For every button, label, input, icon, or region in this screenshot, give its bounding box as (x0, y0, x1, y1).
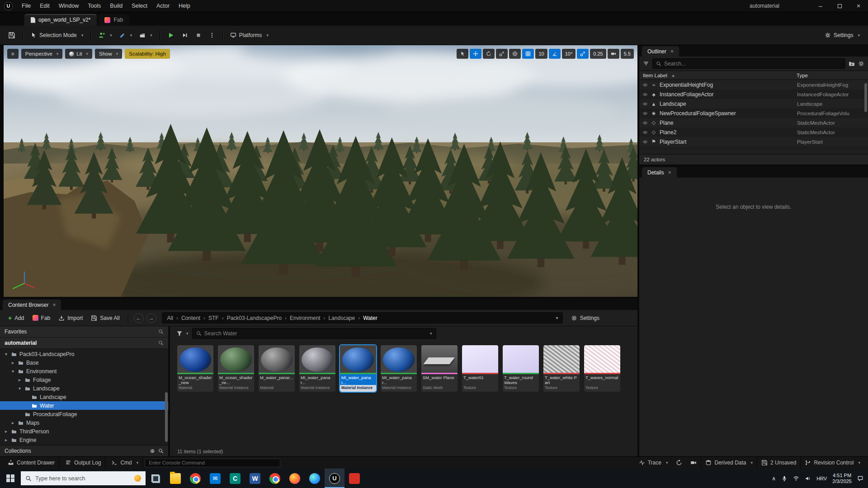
move-tool-button[interactable] (470, 49, 481, 59)
derived-data-dropdown[interactable]: Derived Data▾ (701, 457, 757, 469)
taskbar-app-media[interactable] (344, 469, 364, 488)
folder-tree-item[interactable]: ▸ ThirdPerson (0, 427, 168, 436)
sidebar-scrollbar[interactable] (165, 392, 168, 442)
breadcrumb-item[interactable]: Environment› (289, 315, 327, 321)
asset-tile[interactable]: SM_water Plane Static Mesh (421, 345, 458, 392)
expander-caret-icon[interactable]: ▾ (10, 369, 15, 374)
show-dropdown[interactable]: Show▾ (95, 49, 122, 59)
outliner-search-input[interactable] (664, 61, 842, 67)
outliner-tab[interactable]: Outliner × (642, 46, 679, 56)
menu-item[interactable]: Actor (152, 0, 174, 12)
folder-tree-item[interactable]: Landscape (0, 393, 168, 401)
breadcrumb-item[interactable]: STF› (208, 315, 226, 321)
rotation-snap-toggle[interactable] (549, 49, 561, 59)
details-tab[interactable]: Details × (642, 167, 677, 178)
search-highlights-icon[interactable] (134, 475, 141, 482)
outliner-filter-icon[interactable] (643, 61, 649, 67)
selection-mode-dropdown[interactable]: Selection Mode ▾ (27, 28, 87, 42)
taskbar-app-word[interactable]: W (245, 469, 265, 488)
scale-tool-button[interactable] (496, 49, 508, 59)
taskbar-clock[interactable]: 4:51 PM 2/3/2025 (832, 473, 852, 484)
folder-tree-item[interactable]: ▾ Landscape (0, 384, 168, 393)
level-viewport[interactable]: ≡ Perspective▾ Lit▾ Show▾ Scalability: H… (4, 45, 637, 297)
breadcrumb-item[interactable]: Pack03-LandscapePro› (226, 315, 289, 321)
breadcrumb-item[interactable]: Landscape› (327, 315, 362, 321)
visibility-eye-icon[interactable] (642, 111, 648, 116)
taskbar-app-dev[interactable]: C (225, 469, 245, 488)
close-icon[interactable]: × (52, 302, 56, 308)
breadcrumb-item[interactable]: Water› (362, 315, 378, 321)
close-icon[interactable]: × (670, 48, 674, 55)
filter-button[interactable]: ▾ (176, 330, 189, 337)
asset-tile[interactable]: M_ocean_shader_new Material (177, 345, 213, 392)
taskbar-app-unreal[interactable]: U (325, 469, 344, 488)
expander-caret-icon[interactable]: ▸ (4, 437, 9, 442)
console-command-input[interactable] (145, 459, 280, 467)
rotate-tool-button[interactable] (483, 49, 495, 59)
tab-fab[interactable]: Fab (98, 14, 129, 26)
menu-item[interactable]: Tools (83, 0, 105, 12)
grid-snap-toggle[interactable] (522, 49, 534, 59)
content-browser-tab[interactable]: Content Browser × (3, 300, 61, 310)
trace-dropdown[interactable]: Trace▾ (635, 457, 672, 469)
play-options-kebab[interactable] (205, 28, 219, 42)
outliner-row[interactable]: ◇ Plane StaticMeshActor (639, 118, 868, 127)
frame-skip-button[interactable] (178, 28, 192, 42)
outliner-row[interactable]: ⚑ PlayerStart PlayerStart (639, 137, 868, 146)
search-options-caret[interactable]: ▾ (430, 331, 432, 336)
scalability-badge[interactable]: Scalability: High (125, 49, 170, 59)
expander-caret-icon[interactable]: ▾ (17, 386, 22, 391)
asset-tile[interactable]: T_waves_normal Texture (584, 345, 620, 392)
expander-caret-icon[interactable]: ▸ (10, 360, 15, 365)
language-indicator[interactable]: HRV (816, 476, 827, 481)
platforms-dropdown[interactable]: Platforms ▾ (226, 28, 272, 42)
close-icon[interactable]: × (668, 169, 671, 176)
camera-speed-button[interactable] (608, 49, 619, 59)
outliner-row[interactable]: ≈ ExponentialHeightFog ExponentialHeight… (639, 80, 868, 89)
visibility-eye-icon[interactable] (642, 92, 648, 97)
back-button[interactable]: ← (134, 313, 144, 323)
tray-expand-caret[interactable]: ∧ (772, 475, 776, 482)
expander-caret-icon[interactable]: ▾ (4, 352, 9, 357)
outliner-scrollbar[interactable] (864, 83, 867, 112)
output-log-button[interactable]: Output Log (61, 457, 105, 469)
rotation-snap-value[interactable]: 10° (562, 49, 576, 59)
asset-tile[interactable]: M_water_panar... Material (259, 345, 295, 392)
expander-caret-icon[interactable]: ▸ (10, 420, 15, 425)
column-type[interactable]: Type (797, 73, 864, 78)
menu-item[interactable]: Window (54, 0, 83, 12)
asset-tile[interactable]: MI_water_panar... Material Instance (381, 345, 417, 392)
folder-tree-item[interactable]: ▸ Engine (0, 436, 168, 444)
screenshot-button[interactable] (686, 457, 701, 469)
path-history-caret[interactable]: ▾ (556, 315, 558, 320)
start-button[interactable] (0, 469, 21, 488)
unreal-logo-icon[interactable]: U (4, 2, 13, 10)
menu-item[interactable]: Select (127, 0, 152, 12)
blueprints-dropdown[interactable]: ▾ (116, 28, 136, 42)
menu-item[interactable]: File (17, 0, 35, 12)
folder-tree-item[interactable]: ▸ Foliage (0, 375, 168, 384)
taskbar-app-chrome[interactable] (185, 469, 205, 488)
outliner-row[interactable]: ▲ Landscape Landscape (639, 99, 868, 108)
folder-tree-item[interactable]: ProceduralFoliage (0, 410, 168, 418)
menu-item[interactable]: Help (174, 0, 195, 12)
visibility-eye-icon[interactable] (642, 82, 648, 88)
microphone-icon[interactable] (781, 475, 788, 482)
expander-caret-icon[interactable]: ▸ (4, 429, 9, 434)
search-icon[interactable] (158, 340, 164, 346)
cinematics-dropdown[interactable]: ▾ (136, 28, 156, 42)
add-button[interactable]: +Add (5, 311, 28, 325)
viewport-menu-button[interactable]: ≡ (7, 49, 19, 59)
stop-button[interactable] (192, 28, 205, 42)
collections-section[interactable]: Collections ⊕ (0, 445, 168, 456)
add-collection-icon[interactable]: ⊕ (150, 448, 155, 454)
outliner-row[interactable]: ◇ Plane2 StaticMeshActor (639, 127, 868, 137)
perspective-dropdown[interactable]: Perspective▾ (21, 49, 63, 59)
grid-snap-value[interactable]: 10 (535, 49, 547, 59)
asset-tile[interactable]: T_water01 Texture (462, 345, 498, 392)
unsaved-changes-button[interactable]: 2 Unsaved (757, 457, 801, 469)
scale-snap-value[interactable]: 0.25 (590, 49, 606, 59)
select-tool-button[interactable] (457, 49, 468, 59)
asset-tile[interactable]: M_ocean_shader_ne... Material Instance (218, 345, 254, 392)
camera-speed-value[interactable]: 5.5 (621, 49, 634, 59)
